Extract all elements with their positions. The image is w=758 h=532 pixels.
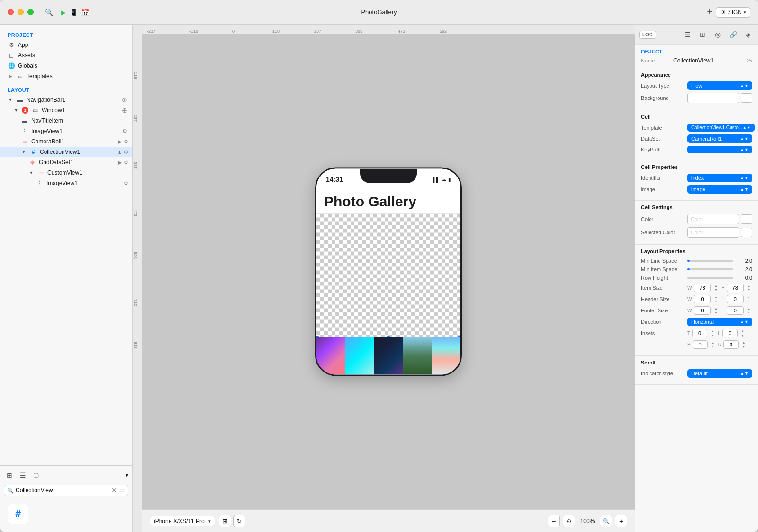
header-size-h-down[interactable]: ▼ (746, 299, 752, 303)
keypath-dropdown[interactable]: ▲▼ (687, 146, 752, 153)
insets-t-input[interactable] (692, 329, 707, 337)
insets-r-up[interactable]: ▲ (740, 340, 747, 345)
selected-color-swatch[interactable] (741, 228, 752, 237)
rp-link-icon[interactable]: 🔗 (727, 28, 739, 41)
identifier-select[interactable]: index ▲▼ (687, 174, 752, 182)
canvas-content[interactable]: 14:31 ▌▌ ☁ ▮ Photo Gallery (142, 34, 635, 509)
header-size-h-up[interactable]: ▲ (746, 295, 752, 299)
dataset-dropdown[interactable]: CameraRoll1 ▲▼ (687, 134, 752, 143)
item-size-h-input[interactable] (727, 284, 744, 292)
item-size-h-down[interactable]: ▼ (746, 288, 752, 292)
design-button[interactable]: DESIGN ▾ (716, 7, 750, 18)
footer-size-w-up[interactable]: ▲ (713, 306, 719, 310)
rp-expand-icon[interactable]: ⊞ (696, 28, 709, 41)
item-size-w-up[interactable]: ▲ (713, 284, 719, 288)
indicator-style-dropdown[interactable]: Default ▲▼ (687, 369, 752, 378)
collectionview1-settings[interactable]: ⚙ (124, 149, 128, 155)
background-color-input[interactable] (687, 93, 739, 103)
griddataset1-play[interactable]: ▶ (118, 160, 122, 166)
sidebar-item-collectionview1[interactable]: ▼ # CollectionView1 ⊕ ⚙ (0, 147, 132, 157)
template-select[interactable]: CollectionView1.Custo... ▲▼ (687, 124, 755, 132)
row-height-slider[interactable] (687, 277, 733, 279)
min-item-space-slider[interactable] (687, 268, 733, 270)
insets-b-input[interactable] (693, 340, 708, 349)
fit-button[interactable]: ⊞ (219, 515, 231, 527)
sidebar-item-globals[interactable]: 🌐 Globals (0, 61, 132, 71)
zoom-in-button[interactable]: + (615, 515, 627, 527)
cameraroll1-play[interactable]: ▶ (118, 139, 122, 145)
sidebar-item-app[interactable]: ⚙ App (0, 40, 132, 50)
bottom-cube-tool[interactable]: ⬡ (30, 470, 42, 481)
footer-size-h-input[interactable] (727, 306, 744, 315)
insets-t-spinner[interactable]: ▲ ▼ (709, 329, 716, 337)
customview1-collapse-arrow[interactable]: ▼ (28, 170, 34, 176)
insets-r-input[interactable] (723, 340, 739, 349)
footer-size-h-down[interactable]: ▼ (746, 310, 752, 315)
zoom-search-button[interactable]: 🔍 (600, 515, 612, 527)
rp-target-icon[interactable]: ◎ (712, 28, 724, 41)
insets-t-up[interactable]: ▲ (709, 329, 716, 333)
direction-dropdown[interactable]: Horizontal ▲▼ (687, 318, 752, 326)
window1-add-button[interactable]: ⊕ (121, 106, 128, 114)
rp-list-icon[interactable]: ☰ (681, 28, 694, 41)
sidebar-item-window1[interactable]: ▼ 1 ▭ Window1 ⊕ (0, 105, 132, 115)
rp-eye-icon[interactable]: ◈ (742, 28, 754, 41)
item-size-w-input[interactable] (694, 284, 711, 292)
imageview1-settings[interactable]: ⚙ (121, 127, 128, 135)
selected-color-input[interactable]: Color (687, 227, 739, 238)
layout-type-select[interactable]: Flow ▲▼ (687, 81, 752, 90)
search-icon[interactable]: 🔍 (45, 9, 53, 16)
bottom-list-tool[interactable]: ☰ (17, 470, 28, 481)
direction-select[interactable]: Horizontal ▲▼ (687, 318, 752, 326)
griddataset1-settings[interactable]: ⚙ (124, 160, 128, 166)
phone-grid-area[interactable] (316, 214, 460, 375)
cameraroll1-settings[interactable]: ⚙ (124, 139, 128, 145)
image-dropdown[interactable]: image ▲▼ (687, 185, 752, 194)
insets-l-spinner[interactable]: ▲ ▼ (740, 329, 746, 337)
device-icon[interactable]: 📱 (70, 9, 78, 16)
search-list-icon[interactable]: ☰ (120, 487, 125, 494)
header-size-w-spinner[interactable]: ▲ ▼ (713, 295, 719, 303)
header-size-h-spinner[interactable]: ▲ ▼ (746, 295, 752, 303)
insets-t-down[interactable]: ▼ (709, 333, 716, 337)
zoom-fit-button[interactable]: ⊙ (563, 515, 575, 527)
collectionview1-collapse-arrow[interactable]: ▼ (21, 149, 27, 155)
window1-collapse-arrow[interactable]: ▼ (13, 107, 19, 113)
item-size-w-spinner[interactable]: ▲ ▼ (713, 284, 719, 292)
collectionview1-add[interactable]: ⊕ (117, 149, 122, 155)
item-size-h-up[interactable]: ▲ (746, 284, 752, 288)
close-button[interactable] (8, 9, 14, 15)
insets-l-up[interactable]: ▲ (740, 329, 746, 333)
footer-size-w-spinner[interactable]: ▲ ▼ (713, 306, 719, 315)
insets-b-down[interactable]: ▼ (710, 345, 716, 349)
calendar-icon[interactable]: 📅 (81, 9, 90, 16)
background-color-swatch[interactable] (741, 93, 752, 103)
color-swatch[interactable] (741, 214, 752, 224)
imageview1-nested-settings[interactable]: ⚙ (124, 180, 128, 186)
insets-r-spinner[interactable]: ▲ ▼ (740, 340, 747, 349)
minimize-button[interactable] (18, 9, 24, 15)
sidebar-item-templates[interactable]: ▶ ▭ Templates (0, 71, 132, 81)
header-size-w-down[interactable]: ▼ (713, 299, 719, 303)
name-value[interactable]: CollectionView1 (673, 57, 743, 64)
bottom-dropdown-icon[interactable]: ▾ (126, 472, 128, 479)
keypath-select[interactable]: ▲▼ (687, 146, 752, 153)
footer-size-w-down[interactable]: ▼ (713, 310, 719, 315)
footer-size-h-spinner[interactable]: ▲ ▼ (746, 306, 752, 315)
insets-b-spinner[interactable]: ▲ ▼ (710, 340, 716, 349)
image-select[interactable]: image ▲▼ (687, 185, 752, 194)
zoom-out-button[interactable]: − (548, 515, 560, 527)
add-button[interactable]: + (707, 7, 712, 17)
sidebar-item-navtitleitem[interactable]: ▬ NavTitleItem (0, 115, 132, 126)
templates-collapse-arrow[interactable]: ▶ (8, 73, 13, 79)
header-size-w-up[interactable]: ▲ (713, 295, 719, 299)
footer-size-w-input[interactable] (694, 306, 711, 315)
collection-view-component[interactable]: # (4, 500, 32, 528)
rotate-button[interactable]: ↻ (233, 515, 245, 527)
header-size-h-input[interactable] (727, 295, 744, 303)
min-line-space-slider[interactable] (687, 260, 733, 262)
item-size-w-down[interactable]: ▼ (713, 288, 719, 292)
insets-l-input[interactable] (722, 329, 738, 337)
layout-type-dropdown[interactable]: Flow ▲▼ (687, 81, 752, 90)
sidebar-item-cameraroll1[interactable]: ▭ CameraRoll1 ▶ ⚙ (0, 136, 132, 147)
